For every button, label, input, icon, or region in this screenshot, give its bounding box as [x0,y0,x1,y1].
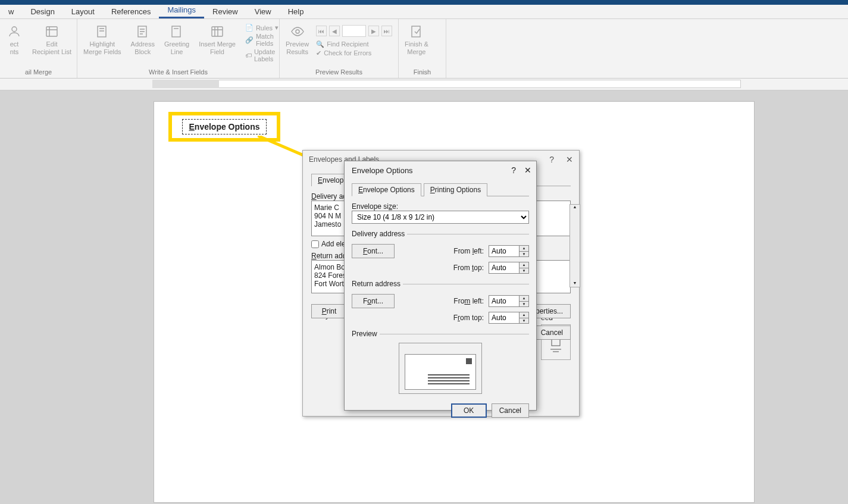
update-labels-button[interactable]: 🏷Update Labels [245,48,279,62]
svg-point-6 [296,30,299,33]
preview-icon [289,24,306,39]
print-button[interactable]: PrintPrint [311,304,347,318]
spinner[interactable]: ▲▼ [520,295,529,307]
help-icon[interactable]: ? [549,155,554,164]
callout-highlight: EEnvelope Optionsnvelope Options [168,112,280,142]
tab-design[interactable]: Design [22,5,62,18]
group-mail-merge: ail Merge [6,68,71,77]
merge-field-icon [209,24,226,39]
check-errors-button[interactable]: ✔Check for Errors [316,49,392,57]
highlight-icon [94,24,111,39]
address-icon [134,24,151,39]
delivery-font-button[interactable]: Font...Font... [352,244,395,258]
cancel-button[interactable]: Cancel [492,403,529,418]
svg-rect-2 [98,26,106,37]
find-recipient-button[interactable]: 🔍Find Recipient [316,40,392,48]
svg-rect-7 [412,26,420,37]
spinner[interactable]: ▲▼ [520,245,529,257]
dialog2-title: Envelope Options [352,166,413,175]
record-navigator[interactable]: ⏮ ◀ ▶ ⏭ [316,21,392,37]
match-icon: 🔗 [245,36,254,44]
tab-references[interactable]: References [103,5,159,18]
spinner[interactable]: ▲▼ [520,262,529,274]
rules-button[interactable]: 📄Rules ▾ [245,24,279,32]
next-record-icon[interactable]: ▶ [368,26,379,36]
delivery-from-left-input[interactable] [489,245,520,257]
envelope-size-label: Envelope size:Envelope size: [352,202,529,211]
return-from-left-input[interactable] [489,295,520,307]
highlight-merge-fields-button[interactable]: Highlight Merge Fields [83,21,121,55]
group-preview-results: Preview Results [286,68,392,77]
ribbon: ect nts Edit Recipient List ail Merge Hi… [0,19,848,79]
add-electronic-checkbox[interactable] [311,240,319,248]
return-address-group: Return address [352,280,403,288]
svg-rect-4 [172,26,180,37]
greeting-icon [168,24,185,39]
ribbon-tabs: w Design Layout References Mailings Revi… [0,5,848,19]
close-icon[interactable]: ✕ [566,155,573,164]
finish-icon [408,24,425,39]
delivery-address-group: Delivery address [352,230,407,238]
add-electronic-label: Add ele [321,240,346,248]
record-number-input[interactable] [342,25,366,37]
greeting-line-button[interactable]: Greeting Line [164,21,189,55]
preview-results-button[interactable]: Preview Results [286,21,309,57]
tab-printing-options[interactable]: Printing OptionsPrinting Options [424,183,487,196]
update-icon: 🏷 [245,52,252,59]
svg-rect-1 [46,27,57,36]
last-record-icon[interactable]: ⏭ [381,26,392,36]
return-font-button[interactable]: Font...Font... [352,294,395,308]
check-icon: ✔ [316,49,321,57]
match-fields-button[interactable]: 🔗Match Fields [245,33,279,47]
search-icon: 🔍 [316,40,324,48]
list-edit-icon [43,24,60,39]
tab-review[interactable]: Review [204,5,246,18]
help-icon[interactable]: ? [511,165,516,175]
ok-button[interactable]: OK [451,403,487,418]
delivery-from-top-label: From top:From top: [446,264,484,272]
envelope-preview [405,354,476,390]
preview-group: Preview [352,330,380,338]
group-write-insert: Write & Insert Fields [83,68,273,77]
svg-rect-5 [212,27,223,36]
spinner[interactable]: ▲▼ [520,312,529,324]
return-from-top-input[interactable] [489,312,520,324]
window-title-bar [0,0,848,5]
delivery-from-top-input[interactable] [489,262,520,274]
prev-record-icon[interactable]: ◀ [329,26,340,36]
close-icon[interactable]: ✕ [524,165,531,175]
cancel-button-outer[interactable]: Cancel [533,325,571,340]
tab-partial[interactable]: w [0,5,22,18]
rules-icon: 📄 [245,24,254,32]
tab-mailings[interactable]: Mailings [159,3,204,18]
scrollbar[interactable]: ▲ ▼ [569,204,580,287]
envelope-size-select[interactable]: Size 10 (4 1/8 x 9 1/2 in) [352,211,529,224]
return-from-left-label: From left:From left: [446,297,484,305]
envelope-options-dialog: Envelope Options ? ✕ Envelope OptionsEnv… [344,161,537,411]
tab-envelope-options[interactable]: Envelope OptionsEnvelope Options [352,183,421,196]
insert-merge-field-button[interactable]: Insert Merge Field [199,21,236,55]
horizontal-ruler [0,79,848,90]
people-icon [6,24,23,39]
edit-recipient-list-button[interactable]: Edit Recipient List [32,21,71,55]
tab-view[interactable]: View [246,5,280,18]
callout-label: EEnvelope Optionsnvelope Options [182,119,266,134]
select-recipients-button[interactable]: ect nts [6,21,23,55]
svg-point-0 [12,27,17,32]
tab-help[interactable]: Help [280,5,312,18]
return-from-top-label: From top:From top: [446,314,484,322]
tab-layout[interactable]: Layout [63,5,103,18]
address-block-button[interactable]: Address Block [131,21,155,55]
delivery-from-left-label: From left:From left: [446,247,484,255]
group-finish: Finish [405,68,440,77]
finish-merge-button[interactable]: Finish & Merge [405,21,428,55]
first-record-icon[interactable]: ⏮ [316,26,327,36]
